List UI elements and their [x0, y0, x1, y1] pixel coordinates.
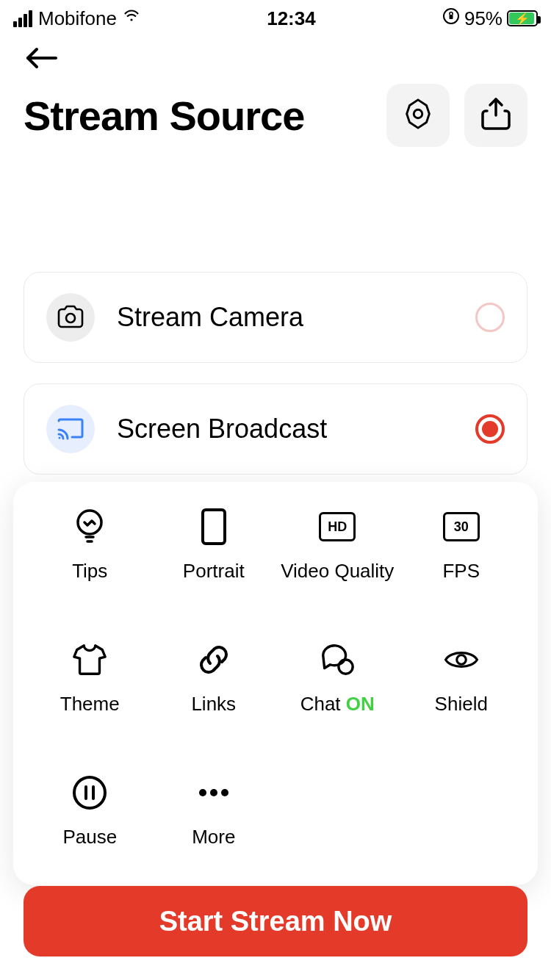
option-theme[interactable]: Theme — [28, 641, 152, 716]
svg-point-13 — [221, 789, 228, 796]
svg-point-11 — [199, 789, 206, 796]
chat-state: ON — [346, 693, 375, 715]
svg-point-4 — [66, 314, 75, 323]
status-right: 95% ⚡ — [442, 7, 538, 30]
option-video-quality[interactable]: HD Video Quality — [276, 508, 400, 583]
radio-selected[interactable] — [475, 414, 505, 444]
source-list: Stream Camera Screen Broadcast — [0, 272, 551, 475]
option-label: Pause — [62, 826, 117, 849]
option-chat[interactable]: Chat ON — [276, 641, 400, 716]
camera-icon — [46, 293, 95, 342]
option-label: Theme — [60, 693, 120, 716]
cast-icon — [46, 405, 95, 453]
source-screen-broadcast[interactable]: Screen Broadcast — [24, 383, 527, 475]
svg-rect-2 — [449, 15, 453, 19]
share-icon — [480, 96, 512, 134]
radio-unselected[interactable] — [475, 303, 505, 332]
option-label: Shield — [435, 693, 488, 716]
badge-text: 30 — [443, 512, 480, 541]
pause-icon — [71, 774, 108, 811]
carrier-label: Mobifone — [38, 7, 117, 30]
badge-text: HD — [319, 512, 356, 541]
option-label: Links — [191, 693, 236, 716]
option-links[interactable]: Links — [152, 641, 276, 716]
tshirt-icon — [71, 641, 108, 678]
option-more[interactable]: More — [152, 774, 276, 849]
portrait-icon — [195, 508, 232, 545]
fps-badge-icon: 30 — [443, 508, 480, 545]
source-label: Stream Camera — [117, 302, 453, 333]
option-pause[interactable]: Pause — [28, 774, 152, 849]
lightbulb-icon — [71, 508, 108, 545]
source-label: Screen Broadcast — [117, 414, 453, 444]
more-icon — [195, 774, 232, 811]
svg-point-9 — [457, 655, 467, 665]
hd-badge-icon: HD — [319, 508, 356, 545]
option-portrait[interactable]: Portrait — [152, 508, 276, 583]
share-button[interactable] — [464, 84, 527, 147]
status-time: 12:34 — [267, 7, 316, 30]
svg-point-10 — [74, 777, 105, 808]
option-label: Chat ON — [300, 693, 375, 716]
svg-point-0 — [130, 18, 132, 21]
option-label: FPS — [442, 560, 480, 583]
page-title: Stream Source — [24, 92, 304, 140]
svg-point-5 — [59, 437, 61, 439]
options-panel: Tips Portrait HD Video Quality 30 FPS — [13, 482, 538, 885]
option-fps[interactable]: 30 FPS — [400, 508, 524, 583]
battery-percent: 95% — [464, 7, 503, 30]
option-label: Portrait — [183, 560, 245, 583]
back-button[interactable] — [24, 40, 60, 76]
start-stream-label: Start Stream Now — [159, 906, 392, 937]
eye-icon — [443, 641, 480, 678]
orientation-lock-icon — [442, 7, 460, 30]
option-label: Tips — [72, 560, 107, 583]
option-tips[interactable]: Tips — [28, 508, 152, 583]
svg-point-3 — [414, 109, 422, 118]
option-label: More — [192, 826, 235, 849]
svg-point-12 — [210, 789, 217, 796]
battery-icon: ⚡ — [507, 10, 538, 26]
option-shield[interactable]: Shield — [400, 641, 524, 716]
start-stream-button[interactable]: Start Stream Now — [24, 886, 527, 956]
chat-icon — [319, 641, 356, 678]
source-stream-camera[interactable]: Stream Camera — [24, 272, 527, 363]
settings-button[interactable] — [386, 84, 450, 147]
gear-icon — [401, 97, 435, 134]
svg-rect-7 — [203, 510, 225, 544]
status-bar: Mobifone 12:34 95% ⚡ — [0, 0, 551, 32]
option-label: Video Quality — [281, 560, 394, 583]
wifi-icon — [123, 7, 140, 30]
link-icon — [195, 641, 232, 678]
status-left: Mobifone — [13, 7, 140, 30]
signal-icon — [13, 10, 32, 27]
svg-point-8 — [339, 660, 353, 674]
